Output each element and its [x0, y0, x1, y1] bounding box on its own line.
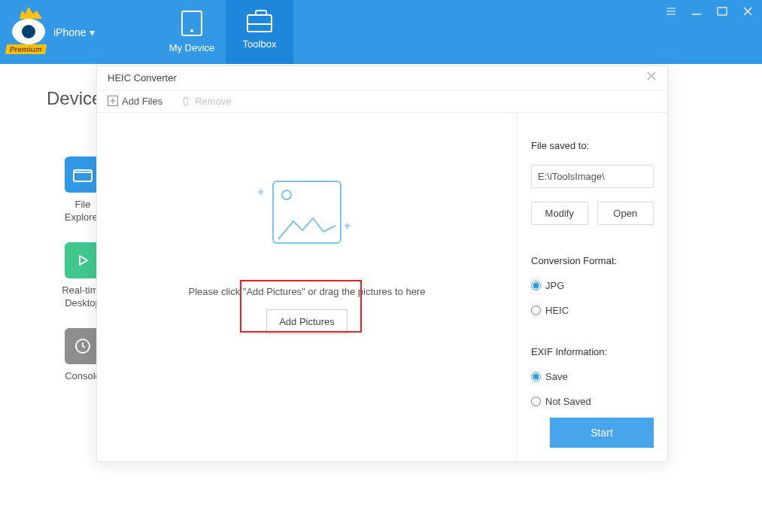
heic-converter-dialog: HEIC Converter Add Files Remove ✦ ✦ Plea… [96, 65, 668, 462]
saved-to-label: File saved to: [531, 140, 654, 151]
exif-label: EXIF Information: [531, 346, 654, 357]
button-label: Add Files [122, 96, 162, 107]
exif-notsaved-radio[interactable]: Not Saved [531, 396, 654, 407]
dialog-toolbar: Add Files Remove [97, 90, 667, 113]
image-placeholder-icon: ✦ ✦ [254, 173, 360, 256]
settings-panel: File saved to: Modify Open Conversion Fo… [517, 113, 667, 461]
close-button[interactable] [741, 5, 754, 18]
maximize-button[interactable] [715, 5, 729, 18]
plus-icon [108, 96, 118, 106]
start-button[interactable]: Start [550, 418, 654, 448]
format-label: Conversion Format: [531, 255, 654, 266]
svg-rect-0 [718, 8, 727, 15]
premium-badge: Premium [5, 44, 47, 54]
radio-label: HEIC [545, 305, 569, 316]
dialog-title: HEIC Converter [108, 72, 177, 84]
play-icon [65, 242, 101, 278]
window-controls [664, 5, 754, 18]
tab-my-device[interactable]: My Device [158, 0, 226, 64]
svg-marker-2 [80, 256, 87, 265]
folder-icon [65, 157, 101, 193]
app-logo-icon: Premium [8, 11, 49, 53]
button-label: Remove [195, 96, 231, 107]
tab-label: My Device [169, 42, 215, 53]
app-titlebar: Premium iPhone ▾ My Device Toolbox [0, 0, 762, 64]
exif-save-radio[interactable]: Save [531, 371, 654, 382]
drop-zone[interactable]: ✦ ✦ Please click "Add Pictures" or drag … [97, 113, 517, 461]
toolbox-icon [247, 14, 272, 32]
page-title: Device [47, 88, 102, 109]
drop-hint-text: Please click "Add Pictures" or drag the … [189, 286, 426, 297]
minimize-button[interactable] [690, 5, 703, 18]
radio-input[interactable] [531, 281, 541, 290]
add-files-button[interactable]: Add Files [108, 96, 162, 107]
format-heic-radio[interactable]: HEIC [531, 305, 654, 316]
radio-label: Save [545, 371, 568, 382]
radio-label: Not Saved [545, 396, 591, 407]
device-selector-label: iPhone [53, 26, 87, 38]
logo-area: Premium iPhone ▾ [0, 0, 158, 64]
modify-button[interactable]: Modify [531, 202, 588, 225]
dialog-close-button[interactable] [646, 71, 657, 84]
tab-label: Toolbox [243, 38, 277, 50]
tool-label: Console [65, 370, 101, 383]
save-path-input[interactable] [531, 165, 654, 188]
radio-label: JPG [545, 280, 564, 291]
dialog-body: ✦ ✦ Please click "Add Pictures" or drag … [97, 113, 667, 461]
remove-button: Remove [181, 96, 231, 107]
format-jpg-radio[interactable]: JPG [531, 280, 654, 291]
radio-input[interactable] [531, 372, 541, 382]
radio-input[interactable] [531, 397, 541, 406]
dialog-header: HEIC Converter [97, 66, 667, 90]
trash-icon [181, 96, 191, 106]
open-button[interactable]: Open [597, 202, 654, 225]
tool-label: File Explorer [65, 199, 101, 224]
tab-toolbox[interactable]: Toolbox [226, 0, 293, 64]
device-icon [181, 11, 202, 36]
clock-icon [65, 328, 101, 364]
menu-icon[interactable] [664, 5, 678, 18]
device-selector[interactable]: iPhone ▾ [53, 26, 95, 38]
chevron-down-icon: ▾ [90, 26, 95, 38]
add-pictures-button[interactable]: Add Pictures [266, 309, 348, 334]
main-tabs: My Device Toolbox [158, 0, 293, 64]
radio-input[interactable] [531, 306, 541, 315]
